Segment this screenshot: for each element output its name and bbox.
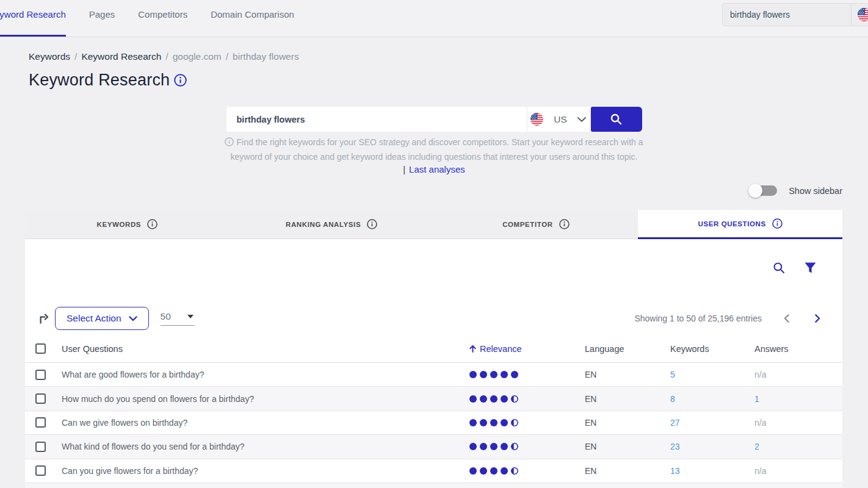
relevance-dot-full xyxy=(511,371,518,378)
relevance-dot-full xyxy=(501,419,508,426)
keywords-count-link[interactable]: 8 xyxy=(670,394,675,404)
tab-user-questions[interactable]: User Questions xyxy=(638,210,842,239)
search-description-line1: Find the right keywords for your SEO str… xyxy=(236,137,643,147)
breadcrumb-separator: / xyxy=(226,51,228,62)
table-row-partial xyxy=(25,483,842,488)
export-arrow-icon[interactable] xyxy=(40,314,49,324)
tab-competitor[interactable]: Competitor xyxy=(434,210,638,239)
tab-label: Keywords xyxy=(97,221,142,228)
column-header-user-questions[interactable]: User Questions xyxy=(62,344,469,354)
topbar-country-button[interactable] xyxy=(851,3,868,26)
relevance-dot-full xyxy=(469,443,477,450)
relevance-dot-full xyxy=(480,443,487,450)
page-size-select[interactable]: 50 xyxy=(161,311,195,326)
country-select[interactable]: US xyxy=(527,107,590,132)
page-title-info-icon[interactable] xyxy=(174,74,187,87)
user-questions-table: User QuestionsRelevanceLanguageKeywordsA… xyxy=(25,335,842,488)
tab-ranking-analysis[interactable]: Ranking Analysis xyxy=(230,210,434,239)
keywords-count-link[interactable]: 5 xyxy=(670,370,675,379)
keywords-count-link[interactable]: 27 xyxy=(670,418,680,428)
title-row: Keyword Research xyxy=(29,71,868,90)
answers-count-link[interactable]: 1 xyxy=(754,394,759,404)
column-header-language[interactable]: Language xyxy=(585,344,670,354)
tab-label: User Questions xyxy=(698,220,765,228)
row-checkbox[interactable] xyxy=(35,417,46,428)
us-flag-icon xyxy=(530,113,543,126)
relevance-dot-full xyxy=(490,467,497,475)
nav-item-domain-comparison[interactable]: Domain Comparison xyxy=(199,0,306,37)
nav-item-keyword-research[interactable]: Keyword Research xyxy=(0,0,78,37)
row-checkbox[interactable] xyxy=(35,465,46,476)
breadcrumb-separator: / xyxy=(165,51,168,62)
table-row: Can we give flowers on birthday?EN27n/a xyxy=(25,411,842,435)
table-row: Can you give flowers for a birthday?EN13… xyxy=(25,459,842,483)
relevance-dot-half xyxy=(511,467,518,475)
nav-item-pages[interactable]: Pages xyxy=(78,0,127,37)
last-analyses-row: |Last analyses xyxy=(0,164,868,174)
row-checkbox[interactable] xyxy=(35,442,46,452)
relevance-dot-full xyxy=(469,395,477,403)
chevron-down-icon xyxy=(129,316,137,321)
relevance-dots xyxy=(469,443,585,450)
topbar-search-input[interactable] xyxy=(722,3,851,26)
info-icon xyxy=(225,137,234,150)
answers-count-link[interactable]: 2 xyxy=(754,442,759,451)
table-header-row: User QuestionsRelevanceLanguageKeywordsA… xyxy=(25,335,842,363)
row-checkbox[interactable] xyxy=(35,370,46,380)
breadcrumb-item[interactable]: Keywords xyxy=(29,51,70,62)
info-icon xyxy=(147,219,157,229)
keyword-search-input[interactable] xyxy=(226,107,527,132)
pagination: Showing 1 to 50 of 25,196 entries xyxy=(634,314,842,323)
nav-item-competitors[interactable]: Competitors xyxy=(126,0,199,37)
country-code-label: US xyxy=(554,114,567,125)
toggle-knob xyxy=(748,184,762,198)
column-header-relevance[interactable]: Relevance xyxy=(469,344,585,354)
search-description: Find the right keywords for your SEO str… xyxy=(0,135,868,163)
filter-icon[interactable] xyxy=(805,262,816,274)
relevance-dots xyxy=(469,371,585,378)
relevance-dot-full xyxy=(490,419,497,426)
info-icon xyxy=(367,219,377,229)
table-row: How much do you spend on flowers for a b… xyxy=(25,387,842,411)
question-text: How much do you spend on flowers for a b… xyxy=(62,394,469,404)
keyword-search-bar: US xyxy=(226,107,642,132)
select-action-button[interactable]: Select Action xyxy=(55,307,149,330)
select-arrow-icon xyxy=(187,315,193,318)
next-page-button[interactable] xyxy=(815,314,820,323)
last-analyses-link[interactable]: Last analyses xyxy=(409,164,465,174)
relevance-dot-full xyxy=(480,395,487,403)
sidebar-toggle-row: Show sidebar xyxy=(0,185,842,196)
breadcrumb-item[interactable]: Keyword Research xyxy=(81,51,161,62)
breadcrumb-item: google.com xyxy=(173,51,222,62)
info-icon xyxy=(559,219,570,229)
chevron-down-icon xyxy=(577,117,586,122)
tab-label: Ranking Analysis xyxy=(286,221,361,228)
relevance-dot-full xyxy=(501,371,508,378)
keywords-count-link[interactable]: 23 xyxy=(670,442,680,451)
us-flag-icon xyxy=(858,8,868,21)
relevance-dot-full xyxy=(501,467,508,475)
tab-keywords[interactable]: Keywords xyxy=(25,210,230,239)
answers-na: n/a xyxy=(754,370,766,379)
search-button[interactable] xyxy=(591,107,642,132)
table-row: What kind of flowers do you send for a b… xyxy=(25,435,842,459)
column-header-keywords[interactable]: Keywords xyxy=(670,344,754,354)
breadcrumb-item: birthday flowers xyxy=(233,51,299,62)
relevance-dot-full xyxy=(469,419,477,426)
pipe-separator: | xyxy=(403,164,405,174)
column-header-answers[interactable]: Answers xyxy=(754,344,842,354)
row-checkbox[interactable] xyxy=(35,393,46,404)
language-value: EN xyxy=(585,370,670,379)
previous-page-button[interactable] xyxy=(784,314,789,323)
question-text: What are good flowers for a birthday? xyxy=(62,370,469,379)
relevance-dot-full xyxy=(480,467,487,475)
answers-na: n/a xyxy=(754,466,766,476)
language-value: EN xyxy=(585,442,670,451)
show-sidebar-label: Show sidebar xyxy=(789,186,842,196)
select-all-checkbox[interactable] xyxy=(35,343,46,354)
keywords-count-link[interactable]: 13 xyxy=(670,466,680,476)
relevance-dot-half xyxy=(511,443,518,450)
table-search-icon[interactable] xyxy=(773,262,786,274)
show-sidebar-toggle[interactable] xyxy=(750,185,777,196)
question-text: Can you give flowers for a birthday? xyxy=(62,466,469,476)
